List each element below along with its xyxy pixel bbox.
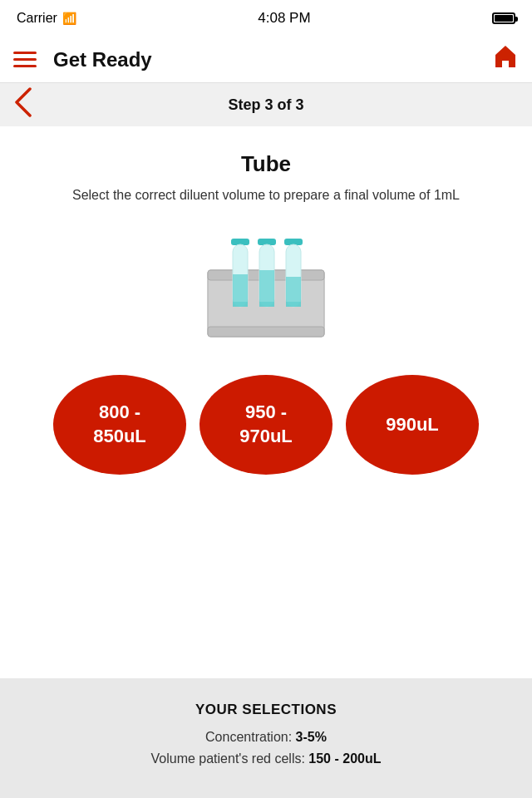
step-bar: Step 3 of 3 bbox=[0, 83, 532, 126]
status-time: 4:08 PM bbox=[258, 10, 310, 27]
volume-row: Volume patient's red cells: 150 - 200uL bbox=[20, 751, 512, 766]
battery-icon bbox=[492, 12, 515, 24]
wifi-icon: 📶 bbox=[62, 12, 76, 25]
menu-button[interactable] bbox=[13, 45, 43, 75]
bottom-panel: YOUR SELECTIONS Concentration: 3-5% Volu… bbox=[0, 678, 532, 798]
step-indicator: Step 3 of 3 bbox=[228, 96, 303, 114]
options-row: 800 -850uL 950 -970uL 990uL bbox=[20, 375, 512, 475]
svg-rect-10 bbox=[259, 302, 274, 307]
concentration-row: Concentration: 3-5% bbox=[20, 730, 512, 745]
volume-value: 150 - 200uL bbox=[305, 751, 382, 766]
status-left: Carrier 📶 bbox=[17, 11, 76, 26]
section-description: Select the correct diluent volume to pre… bbox=[20, 185, 512, 205]
svg-rect-14 bbox=[286, 302, 301, 307]
selections-title: YOUR SELECTIONS bbox=[20, 702, 512, 718]
nav-bar: Get Ready bbox=[0, 37, 532, 83]
svg-rect-6 bbox=[233, 302, 248, 307]
concentration-value: 3-5% bbox=[292, 730, 327, 745]
carrier-text: Carrier bbox=[17, 11, 57, 26]
tubes-illustration bbox=[20, 229, 512, 345]
nav-title: Get Ready bbox=[43, 48, 492, 71]
option-button-3[interactable]: 990uL bbox=[346, 375, 479, 475]
section-title: Tube bbox=[20, 151, 512, 177]
svg-rect-2 bbox=[208, 327, 324, 337]
home-icon[interactable] bbox=[492, 43, 519, 76]
back-button[interactable] bbox=[13, 87, 32, 123]
option-button-1[interactable]: 800 -850uL bbox=[53, 375, 186, 475]
status-bar: Carrier 📶 4:08 PM bbox=[0, 0, 532, 37]
option-button-2[interactable]: 950 -970uL bbox=[200, 375, 332, 475]
volume-label: Volume patient's red cells: bbox=[151, 751, 305, 766]
svg-rect-9 bbox=[259, 270, 274, 307]
status-right bbox=[492, 12, 515, 24]
concentration-label: Concentration: bbox=[205, 730, 292, 745]
main-content: Tube Select the correct diluent volume t… bbox=[0, 126, 532, 475]
